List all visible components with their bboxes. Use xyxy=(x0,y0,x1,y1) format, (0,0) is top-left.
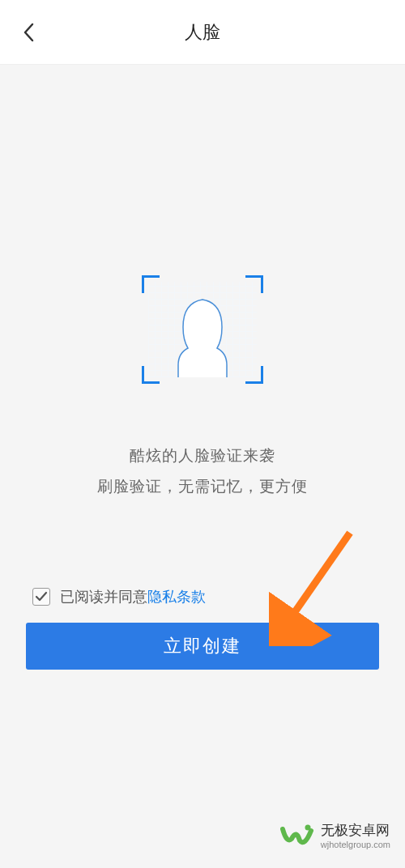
privacy-link[interactable]: 隐私条款 xyxy=(147,587,206,606)
description-line-1: 酷炫的人脸验证来袭 xyxy=(0,440,405,471)
agreement-row: 已阅读并同意 隐私条款 xyxy=(0,587,405,606)
agreement-prefix: 已阅读并同意 xyxy=(60,587,147,606)
watermark: 无极安卓网 wjhotelgroup.com xyxy=(280,819,390,853)
face-scan-frame xyxy=(142,275,263,384)
face-silhouette-icon xyxy=(148,282,257,377)
description-line-2: 刷脸验证，无需记忆，更方便 xyxy=(0,471,405,502)
create-button-label: 立即创建 xyxy=(164,634,241,658)
page-title: 人脸 xyxy=(0,20,405,45)
watermark-name: 无极安卓网 xyxy=(321,823,390,839)
watermark-logo-icon xyxy=(280,819,314,853)
svg-point-1 xyxy=(305,825,310,831)
description-block: 酷炫的人脸验证来袭 刷脸验证，无需记忆，更方便 xyxy=(0,440,405,502)
create-now-button[interactable]: 立即创建 xyxy=(26,623,379,670)
checkmark-icon xyxy=(35,591,48,602)
main-content: 酷炫的人脸验证来袭 刷脸验证，无需记忆，更方便 已阅读并同意 隐私条款 立即创建 xyxy=(0,65,405,670)
back-button[interactable] xyxy=(16,16,40,49)
chevron-left-icon xyxy=(23,23,34,42)
agreement-checkbox[interactable] xyxy=(32,588,50,606)
watermark-url: wjhotelgroup.com xyxy=(321,839,390,850)
header-bar: 人脸 xyxy=(0,0,405,65)
watermark-text-block: 无极安卓网 wjhotelgroup.com xyxy=(321,823,390,850)
